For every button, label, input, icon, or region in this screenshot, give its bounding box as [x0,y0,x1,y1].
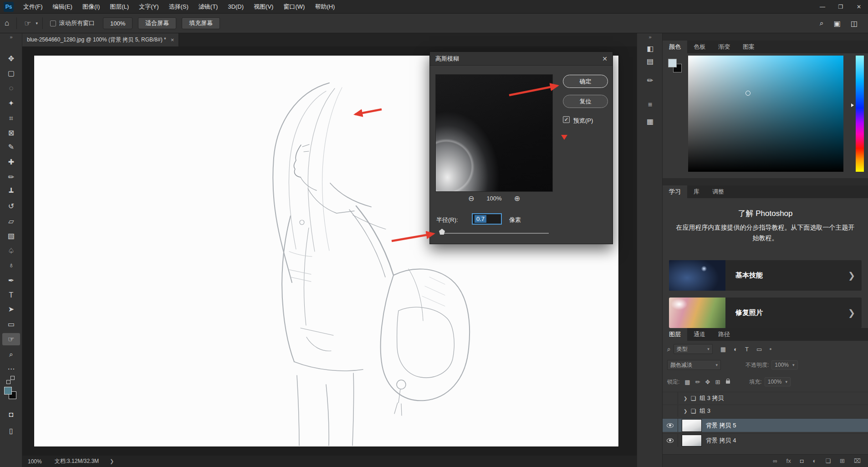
lasso-tool-icon[interactable]: ◌ [2,82,20,94]
layer-row-group-3-copy[interactable]: ❯ ❏ 组 3 拷贝 [663,392,868,404]
tab-paths[interactable]: 路径 [712,328,736,341]
tab-patterns[interactable]: 图案 [736,41,761,53]
screen-mode-icon[interactable]: ▯ [2,425,20,437]
lock-artboard-icon[interactable]: ⊞ [715,379,720,385]
fill-value-box[interactable]: 100% ▾ [765,377,791,386]
filter-type-icon[interactable]: T [745,346,749,353]
delete-layer-icon[interactable]: ⌧ [854,457,861,464]
filter-type-dropdown[interactable]: 类型 ▾ [674,344,713,354]
visibility-toggle[interactable] [663,405,678,417]
collapsed-panel-icon-3[interactable]: ✏ [637,76,663,85]
visibility-toggle[interactable] [663,419,678,432]
tab-close-icon[interactable]: × [171,36,174,43]
menu-filter[interactable]: 滤镜(T) [194,0,223,14]
zoom-100-button[interactable]: 100% [103,17,133,29]
workspace-icon[interactable]: ▣ [834,19,841,28]
crop-tool-icon[interactable]: ⌗ [2,112,20,124]
quick-mask-icon[interactable]: ◘ [2,408,20,421]
status-more-icon[interactable]: ❯ [110,458,114,464]
dialog-close-icon[interactable]: ✕ [602,52,608,66]
document-tab[interactable]: blue-2564660_1280.jpg @ 100% (背景 拷贝 5, R… [22,33,179,46]
menu-file[interactable]: 文件(F) [18,0,48,14]
fit-screen-button[interactable]: 适合屏幕 [138,17,176,29]
lock-position-icon[interactable]: ✥ [705,379,710,385]
history-brush-tool-icon[interactable]: ↺ [2,200,20,212]
tab-adjustments[interactable]: 调整 [706,185,730,198]
quick-selection-tool-icon[interactable]: ✦ [2,97,20,109]
eraser-tool-icon[interactable]: ▱ [2,215,20,227]
dodge-tool-icon[interactable]: ♁ [2,259,20,271]
type-tool-icon[interactable]: T [2,289,20,301]
pen-tool-icon[interactable]: ✒ [2,274,20,287]
menu-select[interactable]: 选择(S) [163,0,193,14]
shape-tool-icon[interactable]: ▭ [2,318,20,330]
arrange-icon[interactable]: ◫ [851,19,858,28]
zoom-tool-icon[interactable]: ⌕ [2,348,20,360]
collapsed-panel-icon-2[interactable]: ▤ [637,57,663,66]
lock-image-pixels-icon[interactable]: ✏ [695,379,700,385]
search-icon[interactable]: ⌕ [820,19,824,27]
foreground-color-swatch[interactable] [4,387,12,395]
home-icon[interactable]: ⌂ [5,19,9,28]
layer-thumbnail[interactable] [682,419,702,432]
panels-expand-icon[interactable]: » [637,34,663,40]
menu-help[interactable]: 帮助(H) [310,0,340,14]
radius-slider-thumb[interactable] [439,229,445,235]
collapsed-panel-icon-5[interactable]: ▦ [637,117,663,126]
lock-transparent-pixels-icon[interactable]: ▩ [684,379,690,385]
visibility-toggle[interactable] [663,392,678,404]
collapsed-panel-icon-4[interactable]: ≡ [637,101,663,109]
ok-button[interactable]: 确定 [563,75,608,88]
tab-libraries[interactable]: 库 [687,185,706,198]
zoom-in-icon[interactable]: ⊕ [514,194,520,203]
filter-search-icon[interactable]: ⌕ [667,345,671,353]
tab-channels[interactable]: 通道 [687,328,712,341]
menu-type[interactable]: 文字(Y) [134,0,163,14]
hand-tool-current-icon[interactable]: ☞ [24,19,31,28]
visibility-toggle[interactable] [663,434,678,447]
learn-card-repair[interactable]: 修复照片 ❯ [669,298,862,328]
healing-brush-tool-icon[interactable]: ✚ [2,156,20,168]
group-expand-icon[interactable]: ❯ [684,396,687,401]
blur-tool-icon[interactable]: ♤ [2,245,20,257]
layer-name[interactable]: 组 3 [700,407,710,415]
adjustment-layer-icon[interactable]: ◐ [813,457,817,464]
layer-row-background-copy-5[interactable]: 背景 拷贝 5 [663,418,868,432]
marquee-tool-icon[interactable]: ▢ [2,67,20,79]
menu-edit[interactable]: 编辑(E) [48,0,77,14]
hue-slider-marker[interactable] [851,103,854,107]
tool-preset-caret-icon[interactable]: ▾ [36,21,38,26]
menu-window[interactable]: 窗口(W) [278,0,310,14]
status-zoom[interactable]: 100% [28,458,42,465]
menu-view[interactable]: 视图(V) [249,0,278,14]
toolbar-expand-icon[interactable]: » [0,34,22,40]
hue-slider[interactable] [856,56,864,172]
frame-tool-icon[interactable]: ⊠ [2,127,20,139]
tab-learn[interactable]: 学习 [663,185,687,198]
blend-mode-dropdown[interactable]: 颜色减淡 ▾ [667,360,721,370]
filter-adjustment-icon[interactable]: ◐ [734,346,737,353]
restore-icon[interactable]: ❐ [832,0,850,14]
lock-all-icon[interactable] [726,380,730,384]
close-icon[interactable]: ✕ [850,0,868,14]
filter-pixel-icon[interactable]: ▦ [720,346,726,353]
clone-stamp-tool-icon[interactable]: ┻ [2,186,20,198]
group-expand-icon[interactable]: ❯ [684,409,687,414]
tab-gradients[interactable]: 渐变 [712,41,736,53]
layer-style-icon[interactable]: fx [786,457,791,464]
tab-layers[interactable]: 图层 [663,328,687,341]
preview-checkbox[interactable]: ✓ [563,116,570,123]
new-layer-icon[interactable]: ⊞ [840,457,845,464]
reset-button[interactable]: 复位 [563,95,608,108]
layer-thumbnail[interactable] [682,435,702,446]
swap-colors-mini-icon[interactable] [6,376,15,385]
layer-row-group-3[interactable]: ❯ ❏ 组 3 [663,405,868,417]
menu-3d[interactable]: 3D(D) [223,0,249,14]
gradient-tool-icon[interactable]: ▧ [2,230,20,242]
layer-name[interactable]: 背景 拷贝 4 [706,436,736,445]
tab-swatches[interactable]: 色板 [687,41,712,53]
move-tool-icon[interactable]: ✥ [2,52,20,65]
color-field[interactable] [688,56,843,172]
eyedropper-tool-icon[interactable]: ✎ [2,141,20,153]
filter-toggle-icon[interactable]: ● [769,347,771,351]
